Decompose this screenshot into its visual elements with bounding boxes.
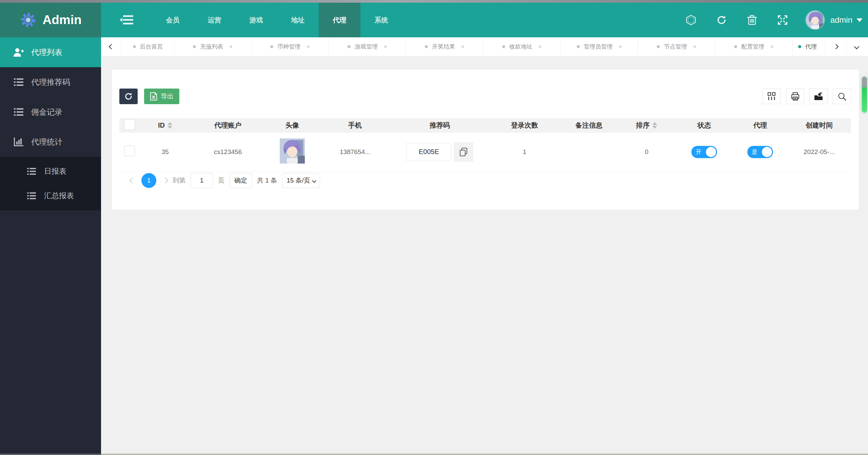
topnav-item-games[interactable]: 游戏	[235, 3, 277, 37]
window-bottom-edge	[101, 454, 868, 455]
export-button[interactable]: 导出	[144, 89, 179, 104]
sidebar-item-agent-codes[interactable]: 代理推荐码	[0, 67, 101, 97]
pagination: 1 到第 页 确定 共 1 条 15 条/页	[130, 173, 320, 188]
select-all-header	[119, 118, 140, 133]
bar-chart-icon	[14, 137, 24, 146]
table-row: 35 cs123456	[119, 133, 851, 171]
printer-icon[interactable]	[786, 89, 804, 104]
sidebar-item-label: 代理列表	[31, 47, 62, 58]
tab-currency-mgmt[interactable]: 币种管理 ×	[252, 37, 329, 56]
sidebar: 代理列表 代理推荐码 佣金记录	[0, 37, 101, 455]
topnav-item-operations[interactable]: 运营	[194, 3, 235, 37]
sidebar-item-daily-report[interactable]: 日报表	[0, 159, 101, 184]
referral-code-input[interactable]	[407, 143, 451, 161]
copy-button[interactable]	[454, 143, 473, 162]
tab-label: 开奖结果	[432, 43, 455, 51]
agent-avatar[interactable]	[280, 138, 305, 164]
sort-icon[interactable]	[167, 122, 172, 129]
tab-lottery-results[interactable]: 开奖结果 ×	[406, 37, 484, 56]
sidebar-item-label: 日报表	[44, 166, 66, 176]
tab-label: 代理	[805, 43, 817, 51]
export-label: 导出	[161, 92, 174, 101]
confirm-button[interactable]: 确定	[230, 173, 252, 188]
sidebar-item-commission-records[interactable]: 佣金记录	[0, 97, 101, 127]
page-number-button[interactable]: 1	[141, 173, 156, 188]
refresh-button[interactable]	[119, 89, 138, 104]
tabs-scroll-left-button[interactable]	[101, 37, 121, 56]
col-account: 代理账户	[191, 118, 265, 133]
tab-close-icon[interactable]: ×	[461, 44, 464, 50]
tab-close-icon[interactable]: ×	[693, 44, 696, 50]
tab-payment-address[interactable]: 收款地址 ×	[484, 37, 561, 56]
tabs-scroll-right-button[interactable]	[826, 37, 846, 56]
tab-game-mgmt[interactable]: 游戏管理 ×	[329, 37, 406, 56]
col-id[interactable]: ID	[140, 118, 191, 133]
main-area: 后台首页 充值列表 × 币种管理 × 游戏管理 × 开奖结果 × 收款地址 ×	[101, 37, 868, 455]
tab-agent-active[interactable]: 代理	[793, 37, 826, 56]
list-icon	[14, 108, 24, 116]
agent-toggle[interactable]: 是	[747, 146, 773, 158]
page-suffix-label: 页	[218, 176, 224, 185]
col-agent: 代理	[733, 118, 787, 133]
col-sort[interactable]: 排序	[618, 118, 675, 133]
cell-created: 2022-05-...	[787, 133, 851, 171]
tab-close-icon[interactable]: ×	[538, 44, 541, 50]
topnav-item-agent[interactable]: 代理	[319, 3, 360, 37]
hexagon-icon[interactable]	[676, 3, 706, 37]
gear-logo-icon	[19, 11, 37, 29]
refresh-icon[interactable]	[706, 3, 737, 37]
brand-title: Admin	[42, 13, 81, 27]
sidebar-submenu: 日报表 汇总报表	[0, 157, 101, 210]
sidebar-item-agent-list[interactable]: 代理列表	[0, 37, 101, 67]
sort-icon[interactable]	[652, 122, 657, 129]
per-page-value: 15 条/页	[287, 176, 310, 185]
tab-close-icon[interactable]: ×	[307, 44, 310, 50]
topnav-right: admin	[676, 3, 868, 37]
user-avatar[interactable]	[805, 10, 825, 30]
tab-close-icon[interactable]: ×	[770, 44, 773, 50]
sidebar-item-agent-stats[interactable]: 代理统计	[0, 127, 101, 157]
per-page-select[interactable]: 15 条/页	[282, 173, 320, 188]
tabs-menu-button[interactable]	[846, 37, 867, 56]
tab-label: 充值列表	[200, 43, 223, 51]
search-icon[interactable]	[833, 89, 851, 104]
brand-logo: Admin	[0, 3, 101, 37]
status-toggle[interactable]: 开	[691, 146, 717, 158]
agents-table: ID 代理账户 头像 手机 推荐码 登录次数 备注信息 排序 状态	[119, 118, 851, 172]
goto-page-input[interactable]	[191, 173, 213, 188]
copy-icon	[459, 148, 468, 156]
topnav-item-address[interactable]: 地址	[277, 3, 319, 37]
tab-close-icon[interactable]: ×	[229, 44, 232, 50]
tab-config-mgmt[interactable]: 配置管理 ×	[715, 37, 793, 56]
topnav-item-members[interactable]: 会员	[152, 3, 194, 37]
export-file-icon[interactable]	[809, 89, 828, 104]
col-avatar: 头像	[265, 118, 319, 133]
trash-icon[interactable]	[737, 3, 767, 37]
sidebar-collapse-button[interactable]	[101, 3, 152, 37]
chevron-down-icon	[856, 18, 863, 22]
tab-node-mgmt[interactable]: 节点管理 ×	[638, 37, 715, 56]
select-all-checkbox[interactable]	[124, 119, 135, 130]
tab-label: 币种管理	[277, 43, 300, 51]
topnav-item-system[interactable]: 系统	[360, 3, 402, 37]
row-checkbox[interactable]	[124, 146, 135, 156]
user-menu[interactable]: admin	[830, 15, 863, 25]
content-card: 导出	[112, 70, 859, 210]
tab-admin-mgmt[interactable]: 管理员管理 ×	[561, 37, 638, 56]
col-remark: 备注信息	[560, 118, 618, 133]
tab-label: 收款地址	[509, 43, 532, 51]
user-name: admin	[830, 15, 852, 25]
table-tools	[763, 89, 851, 104]
tab-recharge-list[interactable]: 充值列表 ×	[174, 37, 252, 56]
columns-icon[interactable]	[763, 89, 781, 104]
prev-page-icon[interactable]	[130, 178, 135, 184]
scrollbar-thumb[interactable]	[862, 77, 867, 113]
sidebar-item-summary-report[interactable]: 汇总报表	[0, 184, 101, 208]
next-page-icon[interactable]	[163, 178, 169, 184]
tab-close-icon[interactable]: ×	[384, 44, 387, 50]
tab-home[interactable]: 后台首页	[121, 37, 174, 56]
fullscreen-icon[interactable]	[767, 3, 798, 37]
col-label: ID	[158, 121, 165, 129]
tab-close-icon[interactable]: ×	[619, 44, 622, 50]
cell-login-count: 1	[489, 133, 560, 171]
